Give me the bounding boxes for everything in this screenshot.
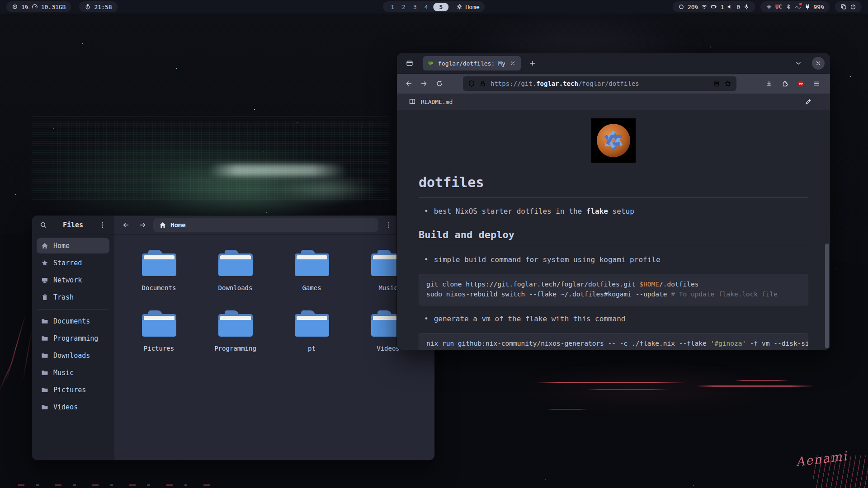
sidebar-item-trash[interactable]: Trash [37, 290, 109, 305]
folder-label: Downloads [218, 284, 253, 291]
url-domain: foglar.tech [536, 80, 578, 87]
files-toolbar: Home [114, 216, 434, 234]
gitea-favicon [427, 60, 434, 67]
workspace-1[interactable]: 1 [388, 4, 396, 10]
tray-pill[interactable]: UC 99% [760, 1, 830, 12]
url-scheme: https://git. [491, 80, 536, 87]
vm-list: generate a vm of the flake with this com… [419, 314, 808, 323]
folder-item-pt[interactable]: pt [274, 310, 350, 367]
path-bar[interactable]: Home [153, 218, 378, 232]
trash-icon [41, 294, 48, 301]
memory-usage: 10.31GB [41, 4, 66, 10]
sidebar-item-home[interactable]: Home [37, 238, 109, 253]
window-close-button[interactable] [812, 57, 825, 70]
arrow-right-icon [139, 221, 146, 229]
extensions-button[interactable] [778, 76, 792, 91]
folder-icon [142, 310, 176, 337]
tab-close-button[interactable] [509, 59, 517, 67]
workspace-5-active[interactable]: 5 [434, 3, 449, 11]
tabbar-right [791, 56, 825, 70]
firefox-view-button[interactable] [402, 56, 417, 70]
browser-forward-button[interactable] [417, 76, 431, 91]
sidebar-item-programming[interactable]: Programming [37, 331, 109, 346]
code-block-build[interactable]: git clone https://git.foglar.tech/foglar… [419, 274, 808, 305]
device-manager-tray-icon[interactable] [795, 4, 801, 10]
path-menu-button[interactable] [382, 218, 396, 232]
files-window: Files Home [32, 215, 435, 460]
power-icon[interactable] [850, 4, 856, 10]
sidebar-item-label: Documents [53, 317, 90, 325]
tracking-protection-shield-icon[interactable] [468, 80, 475, 87]
new-tab-button[interactable] [525, 56, 540, 70]
book-icon [409, 98, 416, 105]
files-body: Home Starred Network Trash Document [32, 235, 434, 460]
forward-button[interactable] [136, 218, 150, 232]
downloads-button[interactable] [762, 76, 776, 91]
list-all-tabs-button[interactable] [791, 56, 806, 70]
controls-pill[interactable]: 20% 1 0 [673, 1, 755, 12]
device-count: 1 [720, 4, 724, 10]
input-method-tray-icon[interactable]: UC [775, 4, 782, 10]
sidebar-item-pictures[interactable]: Pictures [37, 382, 109, 398]
mode-indicator[interactable]: Home [456, 4, 479, 10]
workspace-4[interactable]: 4 [422, 4, 430, 10]
sidebar-item-music[interactable]: Music [37, 365, 109, 380]
folder-icon [41, 386, 48, 394]
sidebar-item-videos[interactable]: Videos [37, 399, 109, 415]
sidebar-item-documents[interactable]: Documents [37, 314, 109, 329]
edit-pencil-icon[interactable] [805, 98, 812, 105]
section-title: Build and deploy [419, 229, 808, 246]
folder-label: Music [378, 284, 397, 291]
folder-icon [41, 352, 48, 359]
files-sidebar-menu-button[interactable] [96, 218, 109, 232]
lock-icon[interactable] [479, 80, 486, 87]
sidebar-item-downloads[interactable]: Downloads [37, 348, 109, 363]
folder-grid: Documents Downloads Games Music [114, 235, 434, 367]
url-text: https://git.foglar.tech/foglar/dotfiles [491, 80, 639, 87]
app-menu-button[interactable] [809, 76, 824, 91]
kebab-menu-icon [385, 221, 392, 229]
workspace-3[interactable]: 3 [411, 4, 419, 10]
close-icon [509, 60, 516, 66]
back-button[interactable] [119, 218, 132, 232]
scrollbar[interactable] [825, 110, 829, 348]
topbar-center: 1 2 3 4 5 Home [383, 1, 485, 12]
files-sidebar: Home Starred Network Trash Document [32, 235, 114, 460]
code-block-vm[interactable]: nix run github:nix-community/nixos-gener… [419, 333, 808, 350]
sidebar-item-starred[interactable]: Starred [37, 255, 109, 271]
folder-item-documents[interactable]: Documents [121, 250, 197, 307]
system-stats-pill[interactable]: 1% 10.31GB [6, 1, 71, 12]
bluetooth-icon[interactable] [785, 4, 792, 10]
clipboard-icon[interactable] [840, 4, 847, 10]
reader-mode-icon[interactable] [713, 80, 720, 87]
clock-pill[interactable]: 21:58 [79, 1, 117, 12]
files-content: Documents Downloads Games Music [114, 235, 434, 460]
browser-back-button[interactable] [401, 76, 416, 91]
bookmark-star-icon[interactable] [724, 80, 731, 87]
cpu-usage: 1% [21, 4, 28, 10]
files-search-button[interactable] [37, 218, 50, 232]
reload-icon [436, 80, 443, 87]
scrollbar-thumb[interactable] [825, 244, 829, 348]
folder-item-pictures[interactable]: Pictures [121, 310, 197, 367]
sidebar-item-network[interactable]: Network [37, 272, 109, 288]
sidebar-item-label: Downloads [53, 352, 90, 360]
tab-bar: foglar/dotfiles: My [397, 53, 830, 73]
folder-item-downloads[interactable]: Downloads [197, 250, 274, 307]
url-bar[interactable]: https://git.foglar.tech/foglar/dotfiles [463, 76, 736, 91]
reload-button[interactable] [432, 76, 447, 91]
microphone-icon [743, 4, 750, 10]
build-list: simple build command for system using ko… [419, 255, 808, 264]
ublock-origin-button[interactable]: UO [793, 76, 808, 91]
list-item: simple build command for system using ko… [424, 255, 808, 264]
volume-value: 0 [736, 4, 740, 10]
folder-item-games[interactable]: Games [274, 250, 350, 307]
aurora-glow-small [276, 177, 380, 202]
folder-item-programming[interactable]: Programming [197, 310, 274, 367]
sidebar-item-label: Trash [53, 293, 74, 301]
sidebar-item-label: Music [53, 369, 74, 377]
network-tray-icon[interactable] [766, 4, 772, 10]
readme-header-row: README.md [397, 94, 830, 110]
workspace-2[interactable]: 2 [400, 4, 408, 10]
active-tab[interactable]: foglar/dotfiles: My [423, 56, 521, 70]
